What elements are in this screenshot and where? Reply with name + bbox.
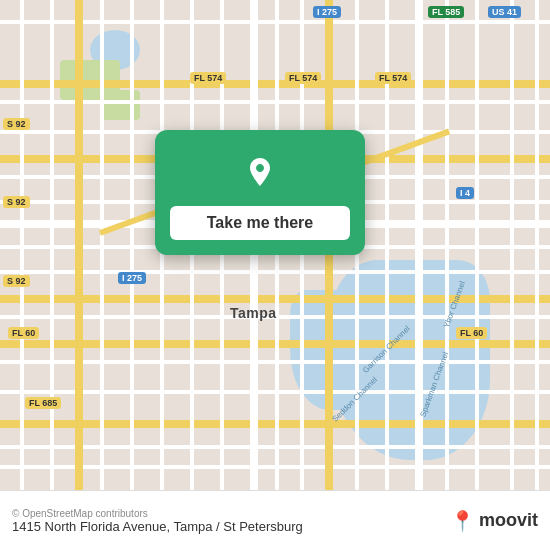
road-v14 [510, 0, 514, 490]
map-container: Tampa Garrison Channel Seddon Channel Sp… [0, 0, 550, 490]
address-text: 1415 North Florida Avenue, Tampa / St Pe… [12, 519, 303, 534]
city-label: Tampa [230, 305, 277, 321]
us41-badge: US 41 [488, 6, 521, 18]
fl574-badge1: FL 574 [190, 72, 226, 84]
i4-badge: I 4 [456, 187, 474, 199]
fl585-badge: FL 585 [428, 6, 464, 18]
i275-mid-badge: I 275 [118, 272, 146, 284]
fl60-right-badge: FL 60 [456, 327, 487, 339]
road-v1 [20, 0, 24, 490]
fl60-left-badge: FL 60 [8, 327, 39, 339]
moovit-logo: 📍 moovit [450, 509, 538, 533]
info-left: © OpenStreetMap contributors 1415 North … [12, 508, 303, 534]
road-v2 [50, 0, 54, 490]
s92-badge1: S 92 [3, 118, 30, 130]
fl574-badge3: FL 574 [375, 72, 411, 84]
moovit-pin-icon: 📍 [450, 509, 475, 533]
take-me-there-button[interactable]: Take me there [170, 206, 350, 240]
s92-badge2: S 92 [3, 196, 30, 208]
i275-top-badge: I 275 [313, 6, 341, 18]
road-v4 [130, 0, 134, 490]
moovit-brand-text: moovit [479, 510, 538, 531]
road-v3 [100, 0, 104, 490]
fl685-badge: FL 685 [25, 397, 61, 409]
fl574-badge2: FL 574 [285, 72, 321, 84]
popup-card: Take me there [155, 130, 365, 255]
location-pin-icon [238, 150, 282, 194]
road-v12 [445, 0, 449, 490]
road-us92 [75, 0, 83, 490]
road-v13 [475, 0, 479, 490]
copyright-text: © OpenStreetMap contributors [12, 508, 303, 519]
info-bar: © OpenStreetMap contributors 1415 North … [0, 490, 550, 550]
s92-badge3: S 92 [3, 275, 30, 287]
road-v15 [535, 0, 539, 490]
park-area2 [100, 90, 140, 120]
